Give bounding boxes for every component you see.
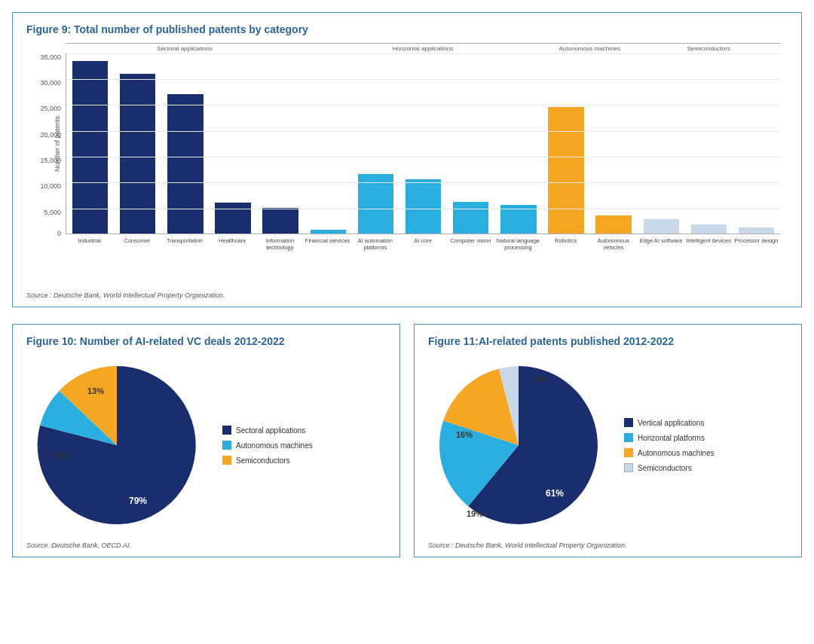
bar-ai-automation xyxy=(352,53,399,233)
bar-computer-vision xyxy=(447,53,494,233)
legend-dot-sectoral xyxy=(222,426,231,435)
category-label-semiconductors: Semiconductors xyxy=(637,43,780,52)
fig10-legend: Sectoral applications Autonomous machine… xyxy=(222,426,313,465)
pie11-label-4: 4% xyxy=(535,374,547,383)
x-label-robotics: Robotics xyxy=(542,237,589,251)
x-label-info-tech: Information technology xyxy=(256,237,304,251)
fig11-pie-chart: 61% 19% 16% 4% xyxy=(428,355,609,536)
x-label-consumer: Consumer xyxy=(113,237,161,251)
legend-label-semiconductors: Semiconductors xyxy=(236,456,290,465)
x-label-processor-design: Processor design xyxy=(733,237,780,251)
x-label-computer-vision: Computer vision xyxy=(447,237,494,251)
legend-dot-semiconductors xyxy=(222,456,231,465)
pie11-label-16: 16% xyxy=(456,430,473,439)
x-label-healthcare: Healthcare xyxy=(209,237,256,251)
figure-11: Figure 11:AI-related patents published 2… xyxy=(414,324,802,557)
legend-label-sectoral: Sectoral applications xyxy=(236,426,305,435)
x-label-edge-ai: Edge AI software xyxy=(637,237,684,251)
pie11-label-19: 19% xyxy=(467,509,483,518)
bar-financial xyxy=(304,53,352,233)
y-axis: 35,000 30,000 25,000 20,000 15,000 10,00… xyxy=(26,53,64,234)
pie10-label-13: 13% xyxy=(87,386,104,395)
x-axis-labels: Industrial Consumer Transportation Healt… xyxy=(66,237,780,251)
legend-dot-vertical xyxy=(624,418,633,427)
legend-dot-autonomous xyxy=(222,441,231,450)
legend-label-horizontal: Horizontal platforms xyxy=(638,434,705,442)
y-tick-20000: 20,000 xyxy=(40,131,61,139)
y-tick-25000: 25,000 xyxy=(40,105,61,112)
bar-nlp xyxy=(494,53,542,233)
x-label-ai-core: AI core xyxy=(399,237,446,251)
legend-item-semiconductors: Semiconductors xyxy=(222,456,313,465)
x-label-industrial: Industrial xyxy=(66,237,113,251)
bar-edge-ai xyxy=(638,53,685,233)
figure-10-title: Figure 10: Number of AI-related VC deals… xyxy=(26,335,386,347)
bars-area xyxy=(66,53,780,234)
bar-autonomous-vehicles xyxy=(590,53,638,233)
figure-9-title: Figure 9: Total number of published pate… xyxy=(26,23,788,35)
fig11-pie-area: 61% 19% 16% 4% Vertical applications Hor… xyxy=(428,355,788,536)
legend-label-autonomous: Autonomous machines xyxy=(236,441,313,450)
y-tick-0: 0 xyxy=(57,230,61,237)
bar-ai-core xyxy=(399,53,447,233)
bar-consumer xyxy=(114,53,161,233)
legend-item-auto-machines: Autonomous machines xyxy=(624,448,715,457)
fig10-pie-chart: 79% 8% 13% xyxy=(26,355,207,536)
category-label-sectoral: Sectoral applications xyxy=(66,43,304,52)
legend-item-autonomous: Autonomous machines xyxy=(222,441,313,450)
figure-11-title: Figure 11:AI-related patents published 2… xyxy=(428,335,788,347)
bar-info-tech xyxy=(257,53,304,233)
x-label-transportation: Transportation xyxy=(161,237,208,251)
y-tick-35000: 35,000 xyxy=(40,53,61,61)
legend-label-semi: Semiconductors xyxy=(638,464,692,472)
x-label-intelligent-devices: Intelligent devices xyxy=(685,237,733,251)
bar-robotics xyxy=(542,53,589,233)
category-label-horizontal: Horizontal applications xyxy=(304,43,542,52)
legend-item-horizontal: Horizontal platforms xyxy=(624,433,715,442)
bar-industrial xyxy=(66,53,114,233)
legend-label-auto-machines: Autonomous machines xyxy=(638,449,715,457)
fig10-source: Source :Deutsche Bank, OECD.AI. xyxy=(26,542,386,549)
bar-intelligent-devices xyxy=(685,53,733,233)
fig9-source: Source : Deutsche Bank, World Intellectu… xyxy=(26,291,788,299)
x-label-autonomous-vehicles: Autonomous vehicles xyxy=(589,237,637,251)
y-tick-15000: 15,000 xyxy=(40,157,61,164)
bar-healthcare xyxy=(209,53,256,233)
bar-chart: Number of patents 35,000 30,000 25,000 2… xyxy=(26,53,788,287)
legend-label-vertical: Vertical applications xyxy=(638,419,704,427)
legend-item-vertical: Vertical applications xyxy=(624,418,715,427)
x-label-nlp: Natural language processing xyxy=(494,237,542,251)
legend-item-sectoral: Sectoral applications xyxy=(222,426,313,435)
legend-dot-auto-machines xyxy=(624,448,633,457)
pie10-label-79: 79% xyxy=(129,496,147,506)
fig10-pie-area: 79% 8% 13% Sectoral applications Autonom… xyxy=(26,355,386,536)
bar-processor-design xyxy=(733,53,780,233)
figure-10: Figure 10: Number of AI-related VC deals… xyxy=(12,324,400,557)
category-label-autonomous: Autonomous machines xyxy=(542,43,637,52)
figure-9: Figure 9: Total number of published pate… xyxy=(12,12,802,307)
y-tick-10000: 10,000 xyxy=(40,182,61,190)
x-label-financial: Financial services xyxy=(304,237,351,251)
fig11-source: Source : Deutsche Bank, World Intellectu… xyxy=(428,542,788,549)
legend-dot-semi xyxy=(624,463,633,472)
bar-transportation xyxy=(161,53,209,233)
bottom-figures-row: Figure 10: Number of AI-related VC deals… xyxy=(12,324,802,557)
pie11-label-61: 61% xyxy=(546,488,564,499)
fig11-legend: Vertical applications Horizontal platfor… xyxy=(624,418,715,472)
legend-dot-horizontal xyxy=(624,433,633,442)
y-tick-30000: 30,000 xyxy=(40,79,61,87)
y-tick-5000: 5,000 xyxy=(44,209,61,216)
legend-item-semi: Semiconductors xyxy=(624,463,715,472)
x-label-ai-automation: AI automation platforms xyxy=(351,237,399,251)
pie10-label-8: 8% xyxy=(57,451,69,460)
